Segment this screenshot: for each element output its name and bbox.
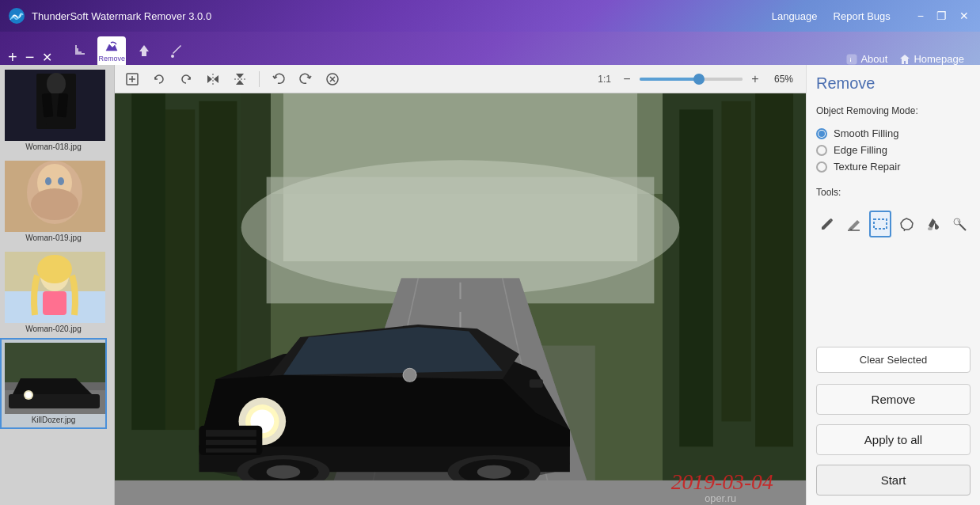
main-area: Woman-018.jpg Woman-019.jpg xyxy=(0,65,980,505)
menu-language[interactable]: Language xyxy=(772,10,818,22)
magic-wand-tool[interactable] xyxy=(949,211,971,237)
canvas-content: 2019-03-04 oper.ru xyxy=(115,93,806,505)
mode-edge-filling[interactable]: Edge Filling xyxy=(816,144,971,156)
tab-bar: + − ✕ Remove Ab xyxy=(0,32,980,65)
menu-bugs[interactable]: Report Bugs xyxy=(834,10,891,22)
panel-title: Remove xyxy=(816,74,971,93)
svg-point-12 xyxy=(58,177,64,185)
rotate-cw-tool[interactable] xyxy=(175,68,197,90)
svg-rect-40 xyxy=(679,109,713,446)
svg-point-17 xyxy=(37,255,72,283)
homepage-link[interactable]: Homepage xyxy=(899,53,964,65)
toolbar: 1:1 − + 65% xyxy=(115,65,806,93)
image-name-woman018: Woman-018.jpg xyxy=(5,142,102,151)
toolbar-area: 1:1 − + 65% xyxy=(115,65,806,505)
close-tab-button[interactable]: ✕ xyxy=(42,50,52,65)
title-bar-menu: Language Report Bugs − ❐ ✕ xyxy=(772,8,972,24)
sidebar-item-woman019[interactable]: Woman-019.jpg xyxy=(0,156,107,247)
tool-tabs: Remove xyxy=(65,36,846,65)
remove-tab-label: Remove xyxy=(99,55,126,63)
mode-label: Object Removing Mode: xyxy=(816,105,971,116)
rotate-ccw-tool[interactable] xyxy=(148,68,170,90)
tab-remove[interactable]: Remove xyxy=(97,36,126,65)
image-name-killdozer: KillDozer.jpg xyxy=(5,416,102,424)
svg-rect-1 xyxy=(847,55,857,64)
toolbar-separator-1 xyxy=(259,71,260,87)
thumbnail-killdozer xyxy=(5,343,105,414)
svg-line-73 xyxy=(959,224,966,230)
add-button[interactable]: + xyxy=(8,49,17,65)
svg-point-4 xyxy=(47,73,66,95)
apply-to-all-button[interactable]: Apply to all xyxy=(816,424,971,455)
transform-tool[interactable] xyxy=(121,68,143,90)
title-bar: ThunderSoft Watermark Remover 3.0.0 Lang… xyxy=(0,0,980,32)
tab-crop[interactable] xyxy=(65,36,93,65)
header-links: About Homepage xyxy=(846,53,972,65)
zoom-percentage: 65% xyxy=(768,74,800,85)
svg-point-11 xyxy=(45,177,51,185)
lasso-tool[interactable] xyxy=(896,211,918,237)
clear-selected-button[interactable]: Clear Selected xyxy=(816,347,971,373)
right-panel: Remove Object Removing Mode: Smooth Fill… xyxy=(806,65,980,505)
zoom-plus-button[interactable]: + xyxy=(747,71,763,87)
radio-edge-icon xyxy=(816,145,827,156)
svg-rect-22 xyxy=(9,394,100,408)
sidebar: Woman-018.jpg Woman-019.jpg xyxy=(0,65,115,505)
pencil-tool[interactable] xyxy=(816,211,838,237)
svg-text:oper.ru: oper.ru xyxy=(705,492,736,504)
app-logo xyxy=(8,7,25,25)
eraser-tool[interactable] xyxy=(843,211,865,237)
flip-h-tool[interactable] xyxy=(202,68,224,90)
mode-smooth-filling[interactable]: Smooth Filling xyxy=(816,127,971,139)
tab-brush[interactable] xyxy=(162,36,191,65)
start-button[interactable]: Start xyxy=(816,465,971,496)
svg-rect-42 xyxy=(755,93,793,446)
zoom-slider[interactable] xyxy=(640,78,743,81)
svg-rect-41 xyxy=(722,101,751,422)
zoom-ratio-label: 1:1 xyxy=(598,74,611,85)
svg-rect-35 xyxy=(131,93,165,430)
svg-point-59 xyxy=(267,465,301,479)
image-name-woman020: Woman-020.jpg xyxy=(5,325,102,333)
radio-smooth-inner xyxy=(819,131,825,137)
flip-v-tool[interactable] xyxy=(229,68,251,90)
svg-text:2019-03-04: 2019-03-04 xyxy=(671,469,773,494)
svg-rect-65 xyxy=(206,440,256,445)
canvas-image: 2019-03-04 oper.ru xyxy=(115,93,806,505)
paint-bucket-tool[interactable] xyxy=(922,211,944,237)
rect-select-tool[interactable] xyxy=(869,211,891,237)
canvas-area[interactable]: 2019-03-04 oper.ru xyxy=(115,93,806,505)
zoom-minus-button[interactable]: − xyxy=(619,71,635,87)
thumbnail-woman018 xyxy=(5,70,105,141)
mode-texture-label: Texture Repair xyxy=(834,161,901,173)
svg-rect-71 xyxy=(874,219,887,229)
mode-radio-group: Smooth Filling Edge Filling Texture Repa… xyxy=(816,127,971,173)
sidebar-item-woman018[interactable]: Woman-018.jpg xyxy=(0,65,107,156)
window-controls: − ❐ ✕ xyxy=(914,8,972,24)
svg-rect-66 xyxy=(206,448,256,452)
remove-button[interactable]: Remove xyxy=(816,384,971,415)
sidebar-item-woman020[interactable]: Woman-020.jpg xyxy=(0,247,107,338)
subtract-button[interactable]: − xyxy=(25,49,35,65)
cancel-tool[interactable] xyxy=(321,68,344,90)
mode-texture-repair[interactable]: Texture Repair xyxy=(816,161,971,173)
sidebar-item-killdozer[interactable]: KillDozer.jpg xyxy=(0,338,107,429)
undo-tool[interactable] xyxy=(268,68,290,90)
about-link[interactable]: About xyxy=(846,53,887,65)
svg-point-13 xyxy=(31,188,78,220)
thumbnail-woman019 xyxy=(5,161,105,232)
panel-spacer xyxy=(816,256,971,340)
svg-rect-64 xyxy=(206,430,256,437)
redo-tool[interactable] xyxy=(294,68,317,90)
app-title: ThunderSoft Watermark Remover 3.0.0 xyxy=(32,10,772,22)
svg-point-62 xyxy=(477,465,511,479)
tools-section-label: Tools: xyxy=(816,187,971,198)
radio-texture-icon xyxy=(816,161,827,173)
minimize-button[interactable]: − xyxy=(914,8,927,24)
mode-smooth-label: Smooth Filling xyxy=(834,127,898,139)
restore-button[interactable]: ❐ xyxy=(933,8,950,24)
tools-row xyxy=(816,211,971,237)
image-name-woman019: Woman-019.jpg xyxy=(5,234,102,242)
close-button[interactable]: ✕ xyxy=(956,8,972,24)
tab-fill[interactable] xyxy=(130,36,158,65)
